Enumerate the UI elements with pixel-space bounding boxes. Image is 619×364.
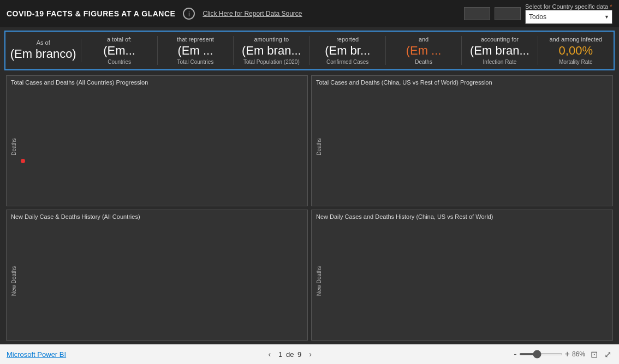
red-dot-1 bbox=[21, 159, 25, 163]
stat-value-4: (Em br... bbox=[313, 44, 382, 58]
stat-value-3: (Em bran... bbox=[237, 44, 306, 58]
chart-title-2: Total Cases and Deaths (China, US vs Res… bbox=[312, 76, 612, 88]
chart-title-4: New Daily Cases and Deaths History (Chin… bbox=[312, 210, 612, 222]
stat-label-bottom-5: Deaths bbox=[389, 59, 458, 65]
stat-label-bottom-1: Countries bbox=[85, 59, 153, 65]
stat-value-1: (Em... bbox=[85, 44, 153, 58]
stat-label-top-0: As of bbox=[9, 39, 78, 46]
country-select-wrapper: Todos bbox=[525, 10, 612, 24]
zoom-level: 86% bbox=[572, 350, 585, 358]
page-prev-btn[interactable]: ‹ bbox=[266, 350, 273, 359]
stat-label-top-1: a total of: bbox=[85, 36, 153, 43]
chart-body-3: New Deaths bbox=[7, 222, 307, 340]
stat-value-2: (Em ... bbox=[161, 44, 230, 58]
filter-btn-2[interactable] bbox=[495, 7, 521, 20]
stat-total-of: a total of: (Em... Countries bbox=[81, 36, 157, 65]
stat-value-5: (Em ... bbox=[389, 44, 458, 58]
bottom-bar: Microsoft Power BI ‹ 1 de 9 › - + 86% ⊡ … bbox=[0, 344, 619, 364]
chart-body-2: Deaths bbox=[312, 88, 612, 206]
page-next-btn[interactable]: › bbox=[307, 350, 314, 359]
y-axis-label-3: New Deaths bbox=[11, 266, 17, 296]
stat-value-0: (Em branco) bbox=[9, 47, 78, 61]
chart-body-4: New Deaths bbox=[312, 222, 612, 340]
stat-value-7: 0,00% bbox=[541, 44, 610, 58]
chart-body-1: Deaths bbox=[7, 88, 307, 206]
stats-row: As of (Em branco) a total of: (Em... Cou… bbox=[4, 31, 615, 70]
zoom-minus-btn[interactable]: - bbox=[514, 349, 516, 359]
chart-panel-4: New Daily Cases and Deaths History (Chin… bbox=[311, 210, 613, 341]
stat-represent: that represent (Em ... Total Countries bbox=[158, 36, 234, 65]
fit-page-icon[interactable]: ⊡ bbox=[590, 348, 599, 361]
zoom-controls: - + 86% bbox=[514, 349, 585, 359]
stat-value-6: (Em bran... bbox=[465, 44, 534, 58]
required-marker: * bbox=[608, 3, 612, 10]
page-indicator: 1 de 9 bbox=[278, 350, 301, 359]
bottom-right: - + 86% ⊡ ⤢ bbox=[514, 348, 612, 361]
info-icon[interactable]: i bbox=[183, 8, 195, 20]
filter-btn-1[interactable] bbox=[464, 7, 490, 20]
y-axis-label-2: Deaths bbox=[316, 138, 322, 156]
stat-label-top-7: and among infected bbox=[541, 36, 610, 43]
stat-amounting: amounting to (Em bran... Total Populatio… bbox=[234, 36, 310, 65]
data-source-link[interactable]: Click Here for Report Data Source bbox=[203, 10, 302, 17]
stat-as-of: As of (Em branco) bbox=[5, 39, 81, 62]
chart-title-3: New Daily Case & Deaths History (All Cou… bbox=[7, 210, 307, 222]
stat-confirmed: reported (Em br... Confirmed Cases bbox=[310, 36, 386, 65]
report-title: COVID-19 FACTS & FIGURES AT A GLANCE bbox=[7, 9, 175, 18]
stat-label-bottom-4: Confirmed Cases bbox=[313, 59, 382, 65]
chart-title-1: Total Cases and Deaths (All Countries) P… bbox=[7, 76, 307, 88]
top-bar-right: Select for Country specific data * Todos bbox=[464, 3, 612, 24]
stat-infection-rate: accounting for (Em bran... Infection Rat… bbox=[462, 36, 538, 65]
country-select[interactable]: Todos bbox=[525, 10, 612, 24]
stat-label-top-5: and bbox=[389, 36, 458, 43]
zoom-plus-btn[interactable]: + bbox=[565, 349, 570, 359]
chart-panel-3: New Daily Case & Deaths History (All Cou… bbox=[6, 210, 308, 341]
stat-mortality-rate: and among infected 0,00% Mortality Rate bbox=[538, 36, 614, 65]
zoom-slider[interactable] bbox=[519, 353, 563, 355]
chart-panel-2: Total Cases and Deaths (China, US vs Res… bbox=[311, 75, 613, 206]
stat-label-bottom-3: Total Population (2020) bbox=[237, 59, 306, 65]
stat-deaths: and (Em ... Deaths bbox=[386, 36, 462, 65]
stat-label-bottom-6: Infection Rate bbox=[465, 59, 534, 65]
stat-label-top-4: reported bbox=[313, 36, 382, 43]
top-bar: COVID-19 FACTS & FIGURES AT A GLANCE i C… bbox=[0, 0, 619, 27]
stat-label-top-6: accounting for bbox=[465, 36, 534, 43]
fullscreen-icon[interactable]: ⤢ bbox=[603, 348, 612, 361]
chart-panel-1: Total Cases and Deaths (All Countries) P… bbox=[6, 75, 308, 206]
page-nav: ‹ 1 de 9 › bbox=[266, 350, 314, 359]
select-label: Select for Country specific data * bbox=[525, 3, 612, 10]
powerbi-link[interactable]: Microsoft Power BI bbox=[7, 350, 66, 359]
top-bar-left: COVID-19 FACTS & FIGURES AT A GLANCE i C… bbox=[7, 8, 302, 20]
stat-label-top-2: that represent bbox=[161, 36, 230, 43]
y-axis-label-4: New Deaths bbox=[316, 266, 322, 296]
charts-area: Total Cases and Deaths (All Countries) P… bbox=[0, 74, 619, 344]
country-selector-group: Select for Country specific data * Todos bbox=[525, 3, 612, 24]
stat-label-top-3: amounting to bbox=[237, 36, 306, 43]
stat-label-bottom-7: Mortality Rate bbox=[541, 59, 610, 65]
y-axis-label-1: Deaths bbox=[11, 138, 17, 156]
stat-label-bottom-2: Total Countries bbox=[161, 59, 230, 65]
